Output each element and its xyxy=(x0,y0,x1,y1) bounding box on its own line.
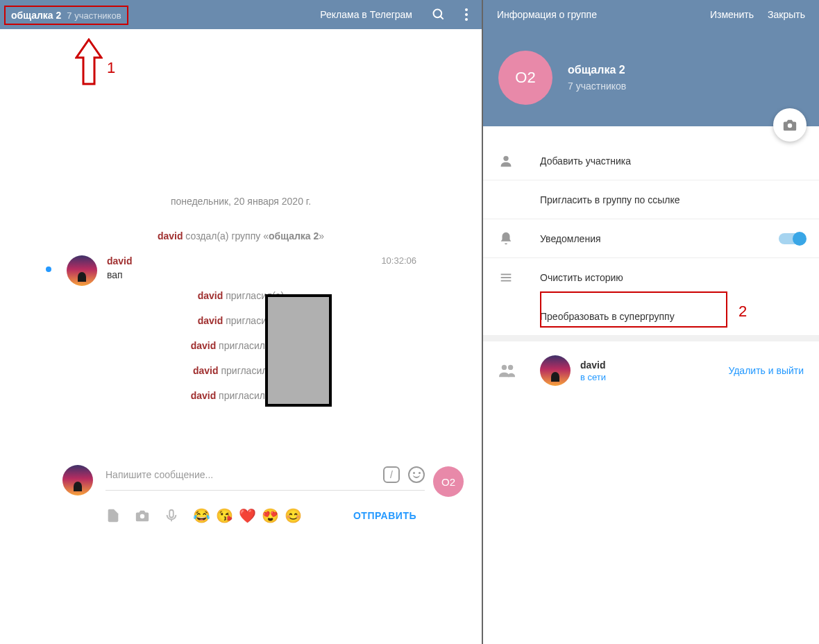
svg-point-10 xyxy=(508,365,513,370)
annotation-label-2: 2 xyxy=(738,303,747,321)
microphone-icon[interactable] xyxy=(164,508,179,523)
group-options: Добавить участника Пригласить в группу п… xyxy=(483,126,819,336)
person-icon xyxy=(498,153,540,169)
group-info-header: Информация о группе Изменить Закрыть xyxy=(483,0,819,29)
svg-point-9 xyxy=(502,365,507,370)
chat-subtitle: 7 участников xyxy=(67,10,121,21)
bell-icon xyxy=(498,231,540,246)
send-button[interactable]: ОТПРАВИТЬ xyxy=(353,510,416,521)
composer: / О2 😂 😘 ❤️ 😍 😊 ОТПРАВИТЬ xyxy=(64,459,425,524)
message-sender[interactable]: david xyxy=(107,255,482,266)
people-icon xyxy=(498,363,540,378)
convert-supergroup-row[interactable]: Преобразовать в супергруппу xyxy=(483,297,819,336)
unread-dot-icon xyxy=(46,266,51,272)
annotation-label-1: 1 xyxy=(107,59,115,77)
svg-point-2 xyxy=(140,514,144,518)
svg-line-1 xyxy=(441,17,444,19)
close-button[interactable]: Закрыть xyxy=(768,9,805,20)
system-message-created: david создал(а) группу «общалка 2» xyxy=(0,230,482,242)
search-icon[interactable] xyxy=(432,8,446,22)
attach-file-icon[interactable] xyxy=(105,508,121,523)
date-separator: понедельник, 20 января 2020 г. xyxy=(0,196,482,207)
svg-rect-3 xyxy=(169,510,174,518)
change-photo-button[interactable] xyxy=(773,108,807,142)
svg-point-4 xyxy=(788,124,792,128)
leave-group-button[interactable]: Удалить и выйти xyxy=(728,365,804,376)
camera-icon[interactable] xyxy=(135,508,150,523)
edit-button[interactable]: Изменить xyxy=(710,9,754,20)
group-profile: О2 общалка 2 7 участников xyxy=(483,29,819,126)
message-avatar[interactable] xyxy=(67,255,97,286)
system-message-invite: david пригласил(а) м xyxy=(0,365,482,376)
emoji-quick-row[interactable]: 😂 😘 ❤️ 😍 😊 xyxy=(193,507,302,524)
kebab-menu-icon[interactable] xyxy=(465,8,468,21)
member-name: david xyxy=(580,359,728,371)
svg-point-0 xyxy=(434,10,442,18)
recipient-avatar[interactable]: О2 xyxy=(433,466,464,497)
group-info-panel: Информация о группе Изменить Закрыть О2 … xyxy=(482,0,819,644)
message-row: david вап 10:32:06 xyxy=(0,255,482,280)
add-member-row[interactable]: Добавить участника xyxy=(483,142,819,180)
section-separator xyxy=(483,336,819,341)
annotation-arrow-1: 1 xyxy=(75,38,103,88)
composer-avatar[interactable] xyxy=(62,465,93,495)
emoji-picker-icon[interactable] xyxy=(408,466,425,483)
message-time: 10:32:06 xyxy=(381,255,416,266)
chat-title-area[interactable]: общалка 2 7 участников xyxy=(4,6,128,25)
list-icon xyxy=(498,270,540,285)
chat-header: общалка 2 7 участников Реклама в Телегра… xyxy=(0,0,482,29)
group-info-title: Информация о группе xyxy=(497,9,696,20)
redacted-overlay xyxy=(265,294,332,407)
group-avatar[interactable]: О2 xyxy=(498,51,552,105)
member-row[interactable]: david в сети Удалить и выйти xyxy=(483,348,819,393)
notifications-toggle[interactable] xyxy=(779,233,805,244)
member-status: в сети xyxy=(580,372,728,382)
group-name: общалка 2 xyxy=(568,64,626,76)
chat-body: понедельник, 20 января 2020 г. david соз… xyxy=(0,29,482,401)
message-text: вап xyxy=(107,269,482,280)
members-section: david в сети Удалить и выйти xyxy=(483,341,819,393)
slash-command-icon[interactable]: / xyxy=(383,466,400,483)
member-avatar[interactable] xyxy=(540,355,571,386)
system-message-invite: david пригласил(а) Vk xyxy=(0,340,482,351)
notifications-row[interactable]: Уведомления xyxy=(483,219,819,258)
advert-link[interactable]: Реклама в Телеграм xyxy=(320,9,412,20)
chat-panel: общалка 2 7 участников Реклама в Телегра… xyxy=(0,0,482,644)
system-message-invite: david пригласил(а) Vk xyxy=(0,390,482,401)
system-message-invite: david пригласил(а) xyxy=(0,315,482,326)
chat-title: общалка 2 xyxy=(11,10,61,21)
invite-link-row[interactable]: Пригласить в группу по ссылке xyxy=(483,180,819,219)
message-input[interactable] xyxy=(105,469,376,480)
svg-point-5 xyxy=(503,155,508,160)
system-message-invite: david пригласил(а) xyxy=(0,290,482,301)
group-member-count: 7 участников xyxy=(568,80,626,92)
clear-history-row[interactable]: Очистить историю xyxy=(483,258,819,297)
